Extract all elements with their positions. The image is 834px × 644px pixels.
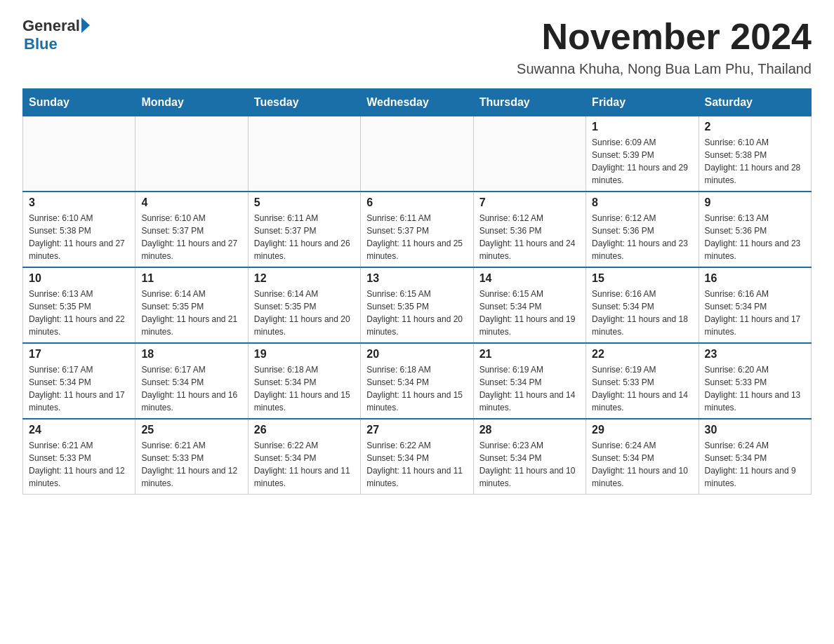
day-number-1: 1: [592, 121, 692, 133]
day-info-29: Sunrise: 6:24 AMSunset: 5:34 PMDaylight:…: [592, 439, 692, 490]
table-row: 15Sunrise: 6:16 AMSunset: 5:34 PMDayligh…: [586, 267, 699, 343]
table-row: 19Sunrise: 6:18 AMSunset: 5:34 PMDayligh…: [248, 343, 360, 419]
table-row: 2Sunrise: 6:10 AMSunset: 5:38 PMDaylight…: [699, 116, 811, 192]
table-row: 12Sunrise: 6:14 AMSunset: 5:35 PMDayligh…: [248, 267, 360, 343]
table-row: 7Sunrise: 6:12 AMSunset: 5:36 PMDaylight…: [473, 192, 585, 267]
day-number-11: 11: [141, 272, 241, 285]
table-row: 28Sunrise: 6:23 AMSunset: 5:34 PMDayligh…: [473, 419, 585, 495]
day-number-22: 22: [592, 348, 692, 361]
day-info-3: Sunrise: 6:10 AMSunset: 5:38 PMDaylight:…: [29, 212, 129, 262]
day-info-12: Sunrise: 6:14 AMSunset: 5:35 PMDaylight:…: [254, 288, 355, 338]
table-row: 18Sunrise: 6:17 AMSunset: 5:34 PMDayligh…: [135, 343, 248, 419]
logo-blue: Blue: [24, 35, 90, 53]
calendar-header: SundayMondayTuesdayWednesdayThursdayFrid…: [23, 89, 812, 116]
table-row: 23Sunrise: 6:20 AMSunset: 5:33 PMDayligh…: [699, 343, 811, 419]
logo: General Blue: [22, 17, 90, 53]
day-number-21: 21: [479, 348, 580, 361]
day-number-10: 10: [29, 272, 129, 285]
day-number-4: 4: [141, 196, 241, 209]
weekday-header-wednesday: Wednesday: [361, 89, 473, 116]
table-row: 8Sunrise: 6:12 AMSunset: 5:36 PMDaylight…: [586, 192, 699, 267]
day-number-17: 17: [29, 348, 129, 361]
day-number-26: 26: [254, 424, 355, 436]
table-row: 14Sunrise: 6:15 AMSunset: 5:34 PMDayligh…: [473, 267, 585, 343]
day-info-27: Sunrise: 6:22 AMSunset: 5:34 PMDaylight:…: [366, 439, 467, 490]
table-row: 3Sunrise: 6:10 AMSunset: 5:38 PMDaylight…: [23, 192, 135, 267]
day-info-22: Sunrise: 6:19 AMSunset: 5:33 PMDaylight:…: [592, 363, 692, 414]
weekday-header-sunday: Sunday: [23, 89, 135, 116]
table-row: 27Sunrise: 6:22 AMSunset: 5:34 PMDayligh…: [361, 419, 473, 495]
day-number-25: 25: [141, 424, 241, 436]
weekday-header-friday: Friday: [586, 89, 699, 116]
day-number-28: 28: [479, 424, 580, 436]
day-number-14: 14: [479, 272, 580, 285]
table-row: 16Sunrise: 6:16 AMSunset: 5:34 PMDayligh…: [699, 267, 811, 343]
day-info-18: Sunrise: 6:17 AMSunset: 5:34 PMDaylight:…: [141, 363, 241, 414]
day-info-2: Sunrise: 6:10 AMSunset: 5:38 PMDaylight:…: [705, 136, 805, 187]
table-row: [23, 116, 135, 192]
calendar-week-3: 10Sunrise: 6:13 AMSunset: 5:35 PMDayligh…: [23, 267, 812, 343]
day-number-16: 16: [705, 272, 805, 285]
day-info-28: Sunrise: 6:23 AMSunset: 5:34 PMDaylight:…: [479, 439, 580, 490]
logo-arrow-icon: [81, 18, 90, 33]
day-info-9: Sunrise: 6:13 AMSunset: 5:36 PMDaylight:…: [705, 212, 805, 262]
title-block: November 2024 Suwanna Khuha, Nong Bua La…: [517, 17, 812, 77]
day-number-7: 7: [479, 196, 580, 209]
day-info-11: Sunrise: 6:14 AMSunset: 5:35 PMDaylight:…: [141, 288, 241, 338]
day-info-8: Sunrise: 6:12 AMSunset: 5:36 PMDaylight:…: [592, 212, 692, 262]
day-info-7: Sunrise: 6:12 AMSunset: 5:36 PMDaylight:…: [479, 212, 580, 262]
day-info-17: Sunrise: 6:17 AMSunset: 5:34 PMDaylight:…: [29, 363, 129, 414]
day-number-12: 12: [254, 272, 355, 285]
day-number-8: 8: [592, 196, 692, 209]
table-row: [248, 116, 360, 192]
weekday-header-thursday: Thursday: [473, 89, 585, 116]
day-info-10: Sunrise: 6:13 AMSunset: 5:35 PMDaylight:…: [29, 288, 129, 338]
table-row: 26Sunrise: 6:22 AMSunset: 5:34 PMDayligh…: [248, 419, 360, 495]
day-number-5: 5: [254, 196, 355, 209]
day-info-1: Sunrise: 6:09 AMSunset: 5:39 PMDaylight:…: [592, 136, 692, 187]
day-info-5: Sunrise: 6:11 AMSunset: 5:37 PMDaylight:…: [254, 212, 355, 262]
day-number-30: 30: [705, 424, 805, 436]
table-row: 10Sunrise: 6:13 AMSunset: 5:35 PMDayligh…: [23, 267, 135, 343]
day-info-6: Sunrise: 6:11 AMSunset: 5:37 PMDaylight:…: [366, 212, 467, 262]
day-number-23: 23: [705, 348, 805, 361]
table-row: [473, 116, 585, 192]
table-row: 24Sunrise: 6:21 AMSunset: 5:33 PMDayligh…: [23, 419, 135, 495]
day-info-23: Sunrise: 6:20 AMSunset: 5:33 PMDaylight:…: [705, 363, 805, 414]
table-row: 17Sunrise: 6:17 AMSunset: 5:34 PMDayligh…: [23, 343, 135, 419]
table-row: 20Sunrise: 6:18 AMSunset: 5:34 PMDayligh…: [361, 343, 473, 419]
day-number-9: 9: [705, 196, 805, 209]
day-info-20: Sunrise: 6:18 AMSunset: 5:34 PMDaylight:…: [366, 363, 467, 414]
day-info-19: Sunrise: 6:18 AMSunset: 5:34 PMDaylight:…: [254, 363, 355, 414]
day-info-30: Sunrise: 6:24 AMSunset: 5:34 PMDaylight:…: [705, 439, 805, 490]
calendar-week-2: 3Sunrise: 6:10 AMSunset: 5:38 PMDaylight…: [23, 192, 812, 267]
weekday-header-tuesday: Tuesday: [248, 89, 360, 116]
table-row: 13Sunrise: 6:15 AMSunset: 5:35 PMDayligh…: [361, 267, 473, 343]
table-row: 29Sunrise: 6:24 AMSunset: 5:34 PMDayligh…: [586, 419, 699, 495]
day-info-25: Sunrise: 6:21 AMSunset: 5:33 PMDaylight:…: [141, 439, 241, 490]
day-number-6: 6: [366, 196, 467, 209]
table-row: 5Sunrise: 6:11 AMSunset: 5:37 PMDaylight…: [248, 192, 360, 267]
table-row: 25Sunrise: 6:21 AMSunset: 5:33 PMDayligh…: [135, 419, 248, 495]
calendar-table: SundayMondayTuesdayWednesdayThursdayFrid…: [22, 88, 812, 495]
day-info-4: Sunrise: 6:10 AMSunset: 5:37 PMDaylight:…: [141, 212, 241, 262]
day-info-14: Sunrise: 6:15 AMSunset: 5:34 PMDaylight:…: [479, 288, 580, 338]
day-number-3: 3: [29, 196, 129, 209]
table-row: 11Sunrise: 6:14 AMSunset: 5:35 PMDayligh…: [135, 267, 248, 343]
day-info-16: Sunrise: 6:16 AMSunset: 5:34 PMDaylight:…: [705, 288, 805, 338]
calendar-week-1: 1Sunrise: 6:09 AMSunset: 5:39 PMDaylight…: [23, 116, 812, 192]
page-subtitle: Suwanna Khuha, Nong Bua Lam Phu, Thailan…: [517, 61, 812, 77]
calendar-body: 1Sunrise: 6:09 AMSunset: 5:39 PMDaylight…: [23, 116, 812, 495]
table-row: 22Sunrise: 6:19 AMSunset: 5:33 PMDayligh…: [586, 343, 699, 419]
table-row: [135, 116, 248, 192]
table-row: 30Sunrise: 6:24 AMSunset: 5:34 PMDayligh…: [699, 419, 811, 495]
day-number-24: 24: [29, 424, 129, 436]
day-info-26: Sunrise: 6:22 AMSunset: 5:34 PMDaylight:…: [254, 439, 355, 490]
calendar-week-4: 17Sunrise: 6:17 AMSunset: 5:34 PMDayligh…: [23, 343, 812, 419]
logo-general: General: [22, 17, 80, 35]
table-row: 1Sunrise: 6:09 AMSunset: 5:39 PMDaylight…: [586, 116, 699, 192]
weekday-header-monday: Monday: [135, 89, 248, 116]
table-row: 21Sunrise: 6:19 AMSunset: 5:34 PMDayligh…: [473, 343, 585, 419]
day-info-21: Sunrise: 6:19 AMSunset: 5:34 PMDaylight:…: [479, 363, 580, 414]
page-header: General Blue November 2024 Suwanna Khuha…: [22, 17, 812, 77]
